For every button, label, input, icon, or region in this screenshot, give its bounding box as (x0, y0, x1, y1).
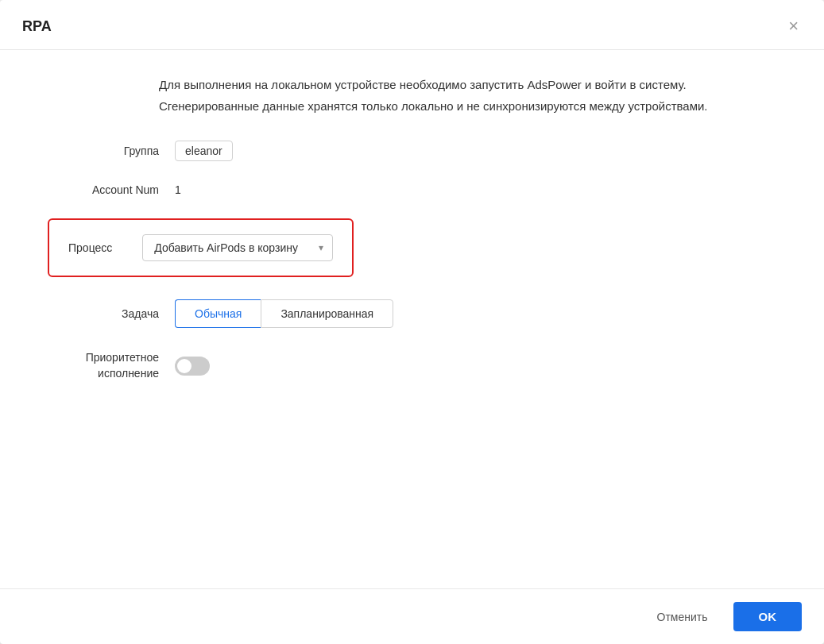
task-row: Задача Обычная Запланированная (48, 299, 776, 328)
dialog-body: Для выполнения на локальном устройстве н… (0, 50, 824, 588)
group-label: Группа (48, 145, 175, 157)
ok-button[interactable]: OK (733, 602, 803, 631)
account-num-value: 1 (175, 183, 181, 196)
process-select[interactable]: Добавить AirPods в корзину Другой процес… (142, 234, 333, 261)
priority-row: Приоритетное исполнение (48, 350, 776, 381)
process-highlight-box: Процесс Добавить AirPods в корзину Друго… (48, 218, 354, 277)
dialog-footer: Отменить OK (0, 588, 824, 644)
account-num-label: Account Num (48, 183, 175, 196)
process-label: Процесс (68, 241, 126, 254)
priority-label: Приоритетное исполнение (48, 350, 175, 381)
group-row: Группа eleanor (48, 141, 776, 161)
dialog-title: RPA (22, 18, 52, 35)
close-button[interactable]: × (785, 14, 802, 38)
task-label: Задача (48, 307, 175, 320)
info-text: Для выполнения на локальном устройстве н… (159, 74, 731, 117)
account-num-row: Account Num 1 (48, 183, 776, 196)
rpa-dialog: RPA × Для выполнения на локальном устрой… (0, 0, 824, 644)
dialog-header: RPA × (0, 0, 824, 50)
cancel-button[interactable]: Отменить (641, 603, 724, 631)
task-scheduled-button[interactable]: Запланированная (261, 299, 393, 328)
task-normal-button[interactable]: Обычная (175, 299, 261, 328)
process-select-wrapper: Добавить AirPods в корзину Другой процес… (142, 234, 333, 261)
task-buttons: Обычная Запланированная (175, 299, 393, 328)
toggle-slider (175, 357, 210, 376)
priority-toggle[interactable] (175, 357, 210, 376)
group-value: eleanor (175, 141, 233, 161)
process-row: Процесс Добавить AirPods в корзину Друго… (48, 218, 776, 277)
